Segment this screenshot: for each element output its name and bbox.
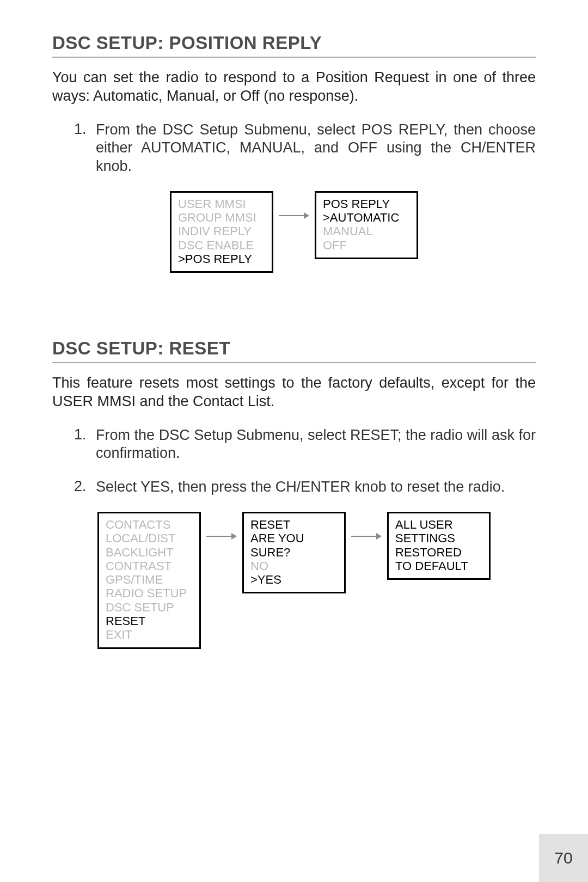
lcd-line: DSC SETUP — [106, 601, 193, 614]
lcd-screen-pos-reply-options: POS REPLY >AUTOMATIC MANUAL OFF — [315, 191, 418, 259]
svg-marker-5 — [376, 533, 382, 540]
lcd-line: SURE? — [250, 546, 338, 559]
lcd-line: ARE YOU — [250, 531, 338, 545]
intro-reset: This feature resets most settings to the… — [52, 374, 536, 411]
lcd-flow-reset: CONTACTS LOCAL/DIST BACKLIGHT CONTRAST G… — [52, 512, 536, 649]
lcd-line: OFF — [323, 238, 410, 252]
lcd-line: RESET — [250, 518, 338, 531]
lcd-line: GROUP MMSI — [178, 211, 265, 224]
step-item: 1. From the DSC Setup Submenu, select RE… — [74, 426, 536, 463]
lcd-line: POS REPLY — [323, 197, 410, 211]
step-text: From the DSC Setup Submenu, select RESET… — [96, 426, 536, 463]
lcd-line: INDIV REPLY — [178, 224, 265, 238]
arrow-right-icon — [205, 531, 238, 541]
lcd-line-selected: >POS REPLY — [178, 252, 265, 266]
page-number: 70 — [539, 834, 588, 882]
step-number: 1. — [74, 426, 96, 463]
lcd-line: BACKLIGHT — [106, 546, 193, 559]
svg-marker-1 — [304, 212, 309, 219]
intro-position-reply: You can set the radio to respond to a Po… — [52, 69, 536, 106]
step-text: From the DSC Setup Submenu, select POS R… — [96, 121, 536, 176]
lcd-line: USER MMSI — [178, 197, 265, 211]
lcd-line: LOCAL/DIST — [106, 531, 193, 545]
heading-position-reply: DSC SETUP: POSITION REPLY — [52, 33, 536, 58]
step-number: 2. — [74, 478, 96, 497]
lcd-line-selected: >YES — [250, 573, 338, 586]
lcd-screen-reset-confirm: RESET ARE YOU SURE? NO >YES — [242, 512, 346, 593]
lcd-line: CONTRAST — [106, 559, 193, 573]
lcd-line: GPS/TIME — [106, 573, 193, 586]
lcd-line: SETTINGS — [395, 531, 482, 545]
steps-position-reply: 1. From the DSC Setup Submenu, select PO… — [74, 121, 536, 176]
lcd-line: TO DEFAULT — [395, 559, 482, 573]
lcd-line-selected: >AUTOMATIC — [323, 211, 410, 224]
lcd-line: ALL USER — [395, 518, 482, 531]
step-number: 1. — [74, 121, 96, 176]
lcd-screen-reset-done: ALL USER SETTINGS RESTORED TO DEFAULT — [387, 512, 491, 580]
lcd-line: NO — [250, 559, 338, 573]
lcd-flow-position-reply: USER MMSI GROUP MMSI INDIV REPLY DSC ENA… — [52, 191, 536, 273]
lcd-line: EXIT — [106, 628, 193, 641]
arrow-right-icon — [350, 531, 383, 541]
lcd-screen-main-menu: CONTACTS LOCAL/DIST BACKLIGHT CONTRAST G… — [97, 512, 201, 649]
lcd-line: DSC ENABLE — [178, 238, 265, 252]
lcd-screen-dsc-submenu: USER MMSI GROUP MMSI INDIV REPLY DSC ENA… — [170, 191, 273, 273]
steps-reset: 1. From the DSC Setup Submenu, select RE… — [74, 426, 536, 497]
svg-marker-3 — [231, 533, 237, 540]
step-item: 1. From the DSC Setup Submenu, select PO… — [74, 121, 536, 176]
lcd-line: CONTACTS — [106, 518, 193, 531]
step-text: Select YES, then press the CH/ENTER knob… — [96, 478, 536, 497]
lcd-line: MANUAL — [323, 224, 410, 238]
heading-reset: DSC SETUP: RESET — [52, 338, 536, 363]
step-item: 2. Select YES, then press the CH/ENTER k… — [74, 478, 536, 497]
lcd-line: RESTORED — [395, 546, 482, 559]
lcd-line-selected: RESET — [106, 614, 193, 628]
arrow-right-icon — [278, 211, 310, 220]
lcd-line: RADIO SETUP — [106, 586, 193, 600]
